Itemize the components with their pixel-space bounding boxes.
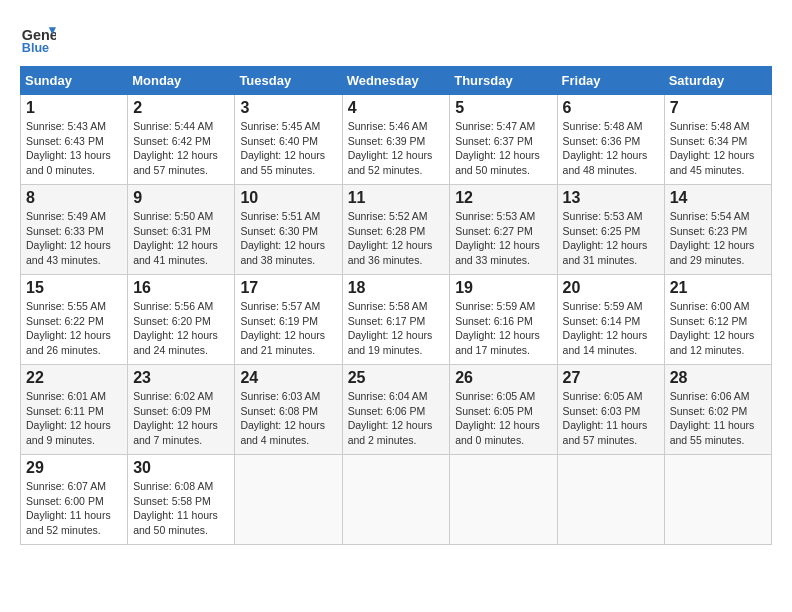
day-info: Sunrise: 5:50 AM Sunset: 6:31 PM Dayligh…	[133, 209, 229, 268]
day-info: Sunrise: 5:44 AM Sunset: 6:42 PM Dayligh…	[133, 119, 229, 178]
day-info: Sunrise: 5:48 AM Sunset: 6:36 PM Dayligh…	[563, 119, 659, 178]
day-number: 9	[133, 189, 229, 207]
day-info: Sunrise: 5:51 AM Sunset: 6:30 PM Dayligh…	[240, 209, 336, 268]
day-number: 23	[133, 369, 229, 387]
day-number: 8	[26, 189, 122, 207]
day-number: 28	[670, 369, 766, 387]
week-row-2: 8 Sunrise: 5:49 AM Sunset: 6:33 PM Dayli…	[21, 185, 772, 275]
weekday-header-sunday: Sunday	[21, 67, 128, 95]
weekday-header-tuesday: Tuesday	[235, 67, 342, 95]
day-number: 26	[455, 369, 551, 387]
calendar-cell: 26 Sunrise: 6:05 AM Sunset: 6:05 PM Dayl…	[450, 365, 557, 455]
calendar-cell: 17 Sunrise: 5:57 AM Sunset: 6:19 PM Dayl…	[235, 275, 342, 365]
calendar-table: SundayMondayTuesdayWednesdayThursdayFrid…	[20, 66, 772, 545]
weekday-header-monday: Monday	[128, 67, 235, 95]
calendar-cell: 5 Sunrise: 5:47 AM Sunset: 6:37 PM Dayli…	[450, 95, 557, 185]
day-number: 27	[563, 369, 659, 387]
day-number: 3	[240, 99, 336, 117]
day-info: Sunrise: 6:02 AM Sunset: 6:09 PM Dayligh…	[133, 389, 229, 448]
day-info: Sunrise: 6:06 AM Sunset: 6:02 PM Dayligh…	[670, 389, 766, 448]
calendar-cell: 19 Sunrise: 5:59 AM Sunset: 6:16 PM Dayl…	[450, 275, 557, 365]
day-number: 14	[670, 189, 766, 207]
calendar-cell: 18 Sunrise: 5:58 AM Sunset: 6:17 PM Dayl…	[342, 275, 450, 365]
day-info: Sunrise: 5:49 AM Sunset: 6:33 PM Dayligh…	[26, 209, 122, 268]
page-header: General Blue	[20, 20, 772, 56]
calendar-cell: 28 Sunrise: 6:06 AM Sunset: 6:02 PM Dayl…	[664, 365, 771, 455]
day-info: Sunrise: 6:05 AM Sunset: 6:05 PM Dayligh…	[455, 389, 551, 448]
day-info: Sunrise: 5:45 AM Sunset: 6:40 PM Dayligh…	[240, 119, 336, 178]
week-row-1: 1 Sunrise: 5:43 AM Sunset: 6:43 PM Dayli…	[21, 95, 772, 185]
day-number: 17	[240, 279, 336, 297]
day-number: 30	[133, 459, 229, 477]
calendar-cell: 10 Sunrise: 5:51 AM Sunset: 6:30 PM Dayl…	[235, 185, 342, 275]
calendar-cell: 24 Sunrise: 6:03 AM Sunset: 6:08 PM Dayl…	[235, 365, 342, 455]
day-info: Sunrise: 5:52 AM Sunset: 6:28 PM Dayligh…	[348, 209, 445, 268]
day-info: Sunrise: 5:48 AM Sunset: 6:34 PM Dayligh…	[670, 119, 766, 178]
calendar-cell: 27 Sunrise: 6:05 AM Sunset: 6:03 PM Dayl…	[557, 365, 664, 455]
day-number: 20	[563, 279, 659, 297]
calendar-cell: 29 Sunrise: 6:07 AM Sunset: 6:00 PM Dayl…	[21, 455, 128, 545]
day-info: Sunrise: 5:53 AM Sunset: 6:27 PM Dayligh…	[455, 209, 551, 268]
day-info: Sunrise: 5:43 AM Sunset: 6:43 PM Dayligh…	[26, 119, 122, 178]
day-number: 25	[348, 369, 445, 387]
day-number: 21	[670, 279, 766, 297]
week-row-4: 22 Sunrise: 6:01 AM Sunset: 6:11 PM Dayl…	[21, 365, 772, 455]
day-info: Sunrise: 5:56 AM Sunset: 6:20 PM Dayligh…	[133, 299, 229, 358]
calendar-cell: 4 Sunrise: 5:46 AM Sunset: 6:39 PM Dayli…	[342, 95, 450, 185]
svg-text:Blue: Blue	[22, 41, 49, 55]
calendar-cell: 3 Sunrise: 5:45 AM Sunset: 6:40 PM Dayli…	[235, 95, 342, 185]
weekday-header-friday: Friday	[557, 67, 664, 95]
day-info: Sunrise: 6:07 AM Sunset: 6:00 PM Dayligh…	[26, 479, 122, 538]
week-row-5: 29 Sunrise: 6:07 AM Sunset: 6:00 PM Dayl…	[21, 455, 772, 545]
day-number: 4	[348, 99, 445, 117]
calendar-cell: 12 Sunrise: 5:53 AM Sunset: 6:27 PM Dayl…	[450, 185, 557, 275]
day-info: Sunrise: 6:08 AM Sunset: 5:58 PM Dayligh…	[133, 479, 229, 538]
day-info: Sunrise: 5:57 AM Sunset: 6:19 PM Dayligh…	[240, 299, 336, 358]
day-info: Sunrise: 5:55 AM Sunset: 6:22 PM Dayligh…	[26, 299, 122, 358]
calendar-cell	[664, 455, 771, 545]
day-info: Sunrise: 5:46 AM Sunset: 6:39 PM Dayligh…	[348, 119, 445, 178]
day-info: Sunrise: 5:47 AM Sunset: 6:37 PM Dayligh…	[455, 119, 551, 178]
calendar-cell: 20 Sunrise: 5:59 AM Sunset: 6:14 PM Dayl…	[557, 275, 664, 365]
day-number: 24	[240, 369, 336, 387]
calendar-cell: 6 Sunrise: 5:48 AM Sunset: 6:36 PM Dayli…	[557, 95, 664, 185]
calendar-cell	[450, 455, 557, 545]
day-info: Sunrise: 6:05 AM Sunset: 6:03 PM Dayligh…	[563, 389, 659, 448]
week-row-3: 15 Sunrise: 5:55 AM Sunset: 6:22 PM Dayl…	[21, 275, 772, 365]
calendar-cell	[342, 455, 450, 545]
day-number: 13	[563, 189, 659, 207]
calendar-cell: 7 Sunrise: 5:48 AM Sunset: 6:34 PM Dayli…	[664, 95, 771, 185]
day-number: 5	[455, 99, 551, 117]
day-number: 1	[26, 99, 122, 117]
weekday-header-thursday: Thursday	[450, 67, 557, 95]
weekday-header-saturday: Saturday	[664, 67, 771, 95]
calendar-cell: 30 Sunrise: 6:08 AM Sunset: 5:58 PM Dayl…	[128, 455, 235, 545]
day-number: 15	[26, 279, 122, 297]
day-number: 10	[240, 189, 336, 207]
day-info: Sunrise: 6:00 AM Sunset: 6:12 PM Dayligh…	[670, 299, 766, 358]
calendar-cell: 22 Sunrise: 6:01 AM Sunset: 6:11 PM Dayl…	[21, 365, 128, 455]
weekday-header-wednesday: Wednesday	[342, 67, 450, 95]
weekday-header-row: SundayMondayTuesdayWednesdayThursdayFrid…	[21, 67, 772, 95]
day-info: Sunrise: 6:01 AM Sunset: 6:11 PM Dayligh…	[26, 389, 122, 448]
calendar-cell: 8 Sunrise: 5:49 AM Sunset: 6:33 PM Dayli…	[21, 185, 128, 275]
logo-icon: General Blue	[20, 20, 56, 56]
calendar-cell	[235, 455, 342, 545]
day-info: Sunrise: 5:59 AM Sunset: 6:16 PM Dayligh…	[455, 299, 551, 358]
day-number: 22	[26, 369, 122, 387]
day-number: 12	[455, 189, 551, 207]
logo: General Blue	[20, 20, 56, 56]
day-number: 7	[670, 99, 766, 117]
day-info: Sunrise: 5:59 AM Sunset: 6:14 PM Dayligh…	[563, 299, 659, 358]
calendar-cell	[557, 455, 664, 545]
day-number: 29	[26, 459, 122, 477]
calendar-cell: 16 Sunrise: 5:56 AM Sunset: 6:20 PM Dayl…	[128, 275, 235, 365]
day-number: 16	[133, 279, 229, 297]
calendar-cell: 2 Sunrise: 5:44 AM Sunset: 6:42 PM Dayli…	[128, 95, 235, 185]
calendar-cell: 11 Sunrise: 5:52 AM Sunset: 6:28 PM Dayl…	[342, 185, 450, 275]
day-info: Sunrise: 5:53 AM Sunset: 6:25 PM Dayligh…	[563, 209, 659, 268]
calendar-cell: 9 Sunrise: 5:50 AM Sunset: 6:31 PM Dayli…	[128, 185, 235, 275]
day-number: 6	[563, 99, 659, 117]
calendar-cell: 25 Sunrise: 6:04 AM Sunset: 6:06 PM Dayl…	[342, 365, 450, 455]
day-number: 2	[133, 99, 229, 117]
